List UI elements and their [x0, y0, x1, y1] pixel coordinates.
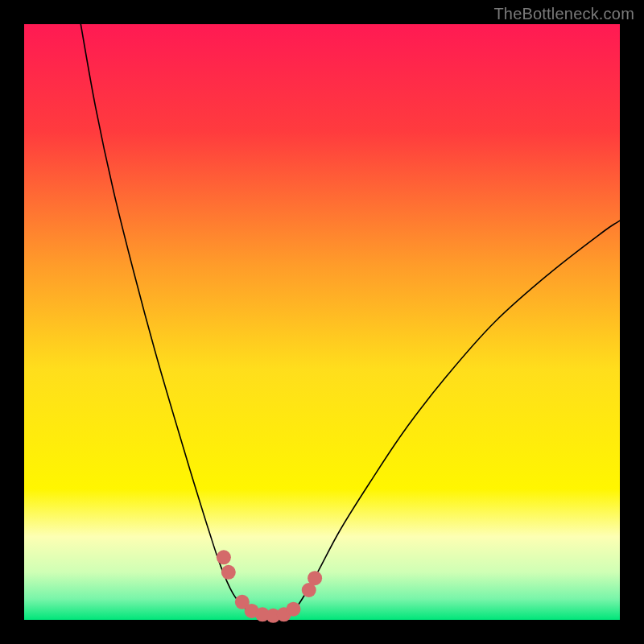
marker-dot [308, 571, 322, 585]
plot-background [24, 24, 620, 620]
bottleneck-chart [0, 0, 644, 644]
chart-stage: TheBottleneck.com [0, 0, 644, 644]
marker-dot [286, 602, 300, 617]
marker-dot [221, 565, 236, 580]
marker-dot [217, 550, 231, 564]
watermark-text: TheBottleneck.com [493, 5, 634, 23]
